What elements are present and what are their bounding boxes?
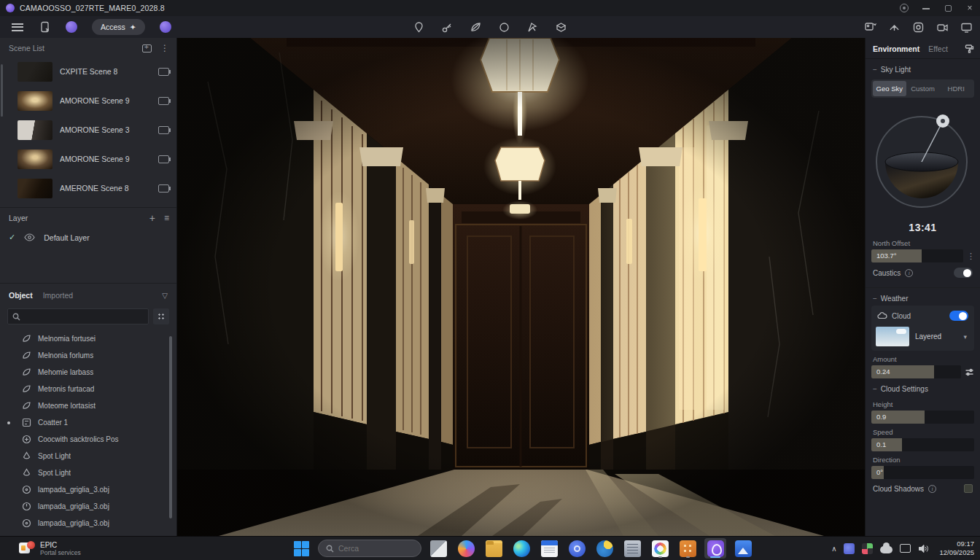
- north-offset-menu-icon[interactable]: ⋮: [967, 252, 974, 261]
- photos-app-button[interactable]: [649, 538, 671, 559]
- add-scene-icon[interactable]: [142, 44, 152, 52]
- mode-hdri[interactable]: HDRI: [939, 81, 973, 96]
- scene-item[interactable]: AMORONE Scene 9: [0, 144, 176, 174]
- speed-slider[interactable]: 0.1: [871, 438, 974, 451]
- cloud-toggle[interactable]: [949, 311, 968, 321]
- taskbar-search[interactable]: [318, 540, 421, 557]
- object-search-input[interactable]: [24, 313, 144, 321]
- maximize-button[interactable]: [944, 4, 952, 12]
- gpu-tray-icon[interactable]: [862, 543, 873, 554]
- tab-effect[interactable]: Effect: [928, 44, 948, 53]
- taskbar-search-input[interactable]: [338, 544, 413, 553]
- list-item[interactable]: Moteome lortasist: [0, 397, 176, 414]
- object-filter-icon[interactable]: ▽: [162, 292, 168, 300]
- sky-light-section[interactable]: − Sky Light: [866, 59, 980, 77]
- list-item[interactable]: lampada_griglia_3.obj: [0, 515, 176, 532]
- caustics-toggle[interactable]: [954, 268, 973, 278]
- list-item[interactable]: Spot Light: [0, 448, 176, 464]
- scene-scrollbar[interactable]: [1, 64, 3, 117]
- user-avatar[interactable]: [160, 21, 171, 33]
- visibility-icon[interactable]: [24, 233, 35, 241]
- minimize-button[interactable]: [922, 4, 930, 12]
- weather-app-button[interactable]: [594, 538, 615, 559]
- render-app-button[interactable]: [704, 538, 726, 559]
- file-explorer-button[interactable]: [483, 538, 505, 559]
- cloud-shadows-checkbox[interactable]: [964, 484, 973, 493]
- access-button[interactable]: Access ✦: [92, 19, 145, 35]
- pin-tool-icon[interactable]: [413, 21, 425, 34]
- camera-icon[interactable]: [158, 97, 169, 105]
- speaker-icon[interactable]: [918, 544, 929, 553]
- list-item[interactable]: Metronis furtacad: [0, 381, 176, 397]
- list-item[interactable]: Melnonia forlums: [0, 347, 176, 364]
- object-scrollbar[interactable]: [169, 336, 172, 518]
- camera-icon[interactable]: [158, 184, 169, 192]
- list-item[interactable]: Melnomia fortusei: [0, 330, 176, 347]
- mode-geo-sky[interactable]: Geo Sky: [873, 81, 906, 96]
- camera-icon[interactable]: [158, 126, 169, 134]
- amount-slider[interactable]: 0.24: [871, 365, 961, 378]
- north-offset-slider[interactable]: 103.7°: [871, 249, 963, 262]
- render-icon[interactable]: [960, 21, 973, 34]
- settings-icon[interactable]: [900, 4, 909, 12]
- scene-item[interactable]: AMERONE Scene 8: [0, 174, 176, 203]
- list-item[interactable]: Spot Light: [0, 464, 176, 481]
- scene-item[interactable]: CXPITE Scene 8: [0, 57, 176, 86]
- edge-button[interactable]: [510, 538, 532, 559]
- clock[interactable]: 09:17 12/09/2025: [939, 540, 974, 557]
- close-button[interactable]: ×: [965, 4, 974, 12]
- object-search[interactable]: [7, 308, 149, 324]
- add-layer-icon[interactable]: +: [149, 214, 155, 222]
- mode-custom[interactable]: Custom: [906, 81, 940, 96]
- direction-slider[interactable]: 0°: [871, 466, 974, 479]
- menu-icon[interactable]: [12, 23, 23, 31]
- user-badge[interactable]: EPIC Portal services: [0, 541, 146, 556]
- height-slider[interactable]: 0.9: [871, 411, 974, 424]
- layer-item[interactable]: ✓ Default Layer: [0, 227, 176, 248]
- gallery-app-button[interactable]: [732, 538, 754, 559]
- display-tray-icon[interactable]: [900, 544, 911, 553]
- camera-icon[interactable]: [158, 155, 169, 163]
- scene-thumbnail[interactable]: [18, 149, 52, 169]
- camera-icon[interactable]: [158, 68, 169, 76]
- tab-object[interactable]: Object: [9, 291, 33, 300]
- workspace-avatar[interactable]: [66, 21, 77, 33]
- blue-app-button[interactable]: [566, 538, 588, 559]
- circle-tool-icon[interactable]: [498, 21, 510, 34]
- scene-item[interactable]: AMORONE Scene 9: [0, 86, 176, 115]
- onedrive-icon[interactable]: [880, 546, 892, 553]
- cube-tool-icon[interactable]: [555, 21, 567, 34]
- scene-item[interactable]: AMORONE Scene 3: [0, 115, 176, 144]
- render-viewport[interactable]: [177, 38, 865, 536]
- adjust-icon[interactable]: [965, 368, 974, 377]
- scene-menu-icon[interactable]: ⋮: [160, 44, 169, 52]
- layer-filter-icon[interactable]: ≡: [164, 214, 169, 222]
- start-button[interactable]: [290, 538, 312, 559]
- paint-roller-icon[interactable]: [965, 44, 974, 53]
- scene-thumbnail[interactable]: [18, 91, 52, 111]
- list-item[interactable]: lampada_griglia_3.obj: [0, 498, 176, 515]
- scene-thumbnail[interactable]: [18, 179, 52, 198]
- notes-app-button[interactable]: [621, 538, 643, 559]
- list-item[interactable]: Coocwith sacktrolics Pos: [0, 431, 176, 448]
- weather-section[interactable]: − Weather: [866, 288, 980, 306]
- tab-environment[interactable]: Environment: [873, 44, 919, 53]
- leaf-tool-icon[interactable]: [470, 21, 482, 34]
- video-icon[interactable]: [936, 21, 949, 34]
- scene-thumbnail[interactable]: [18, 62, 52, 82]
- environment-icon[interactable]: [912, 21, 925, 34]
- sun-position-dial[interactable]: [866, 102, 980, 219]
- tray-chevron-icon[interactable]: ∧: [831, 545, 836, 553]
- image-enhance-icon[interactable]: [864, 21, 876, 34]
- teams-tray-icon[interactable]: [844, 543, 855, 554]
- calendar-app-button[interactable]: [538, 538, 560, 559]
- cloud-type-select[interactable]: Layered ▾: [871, 322, 974, 351]
- list-item[interactable]: lampada_griglia_3.obj: [0, 481, 176, 498]
- orange-app-button[interactable]: [677, 538, 699, 559]
- list-item[interactable]: Mehomie larbass: [0, 364, 176, 381]
- export-icon[interactable]: [39, 21, 51, 33]
- cursor-flag-tool-icon[interactable]: [526, 21, 539, 34]
- scene-thumbnail[interactable]: [18, 120, 52, 140]
- key-tool-icon[interactable]: [441, 21, 454, 34]
- upload-icon[interactable]: [888, 21, 901, 34]
